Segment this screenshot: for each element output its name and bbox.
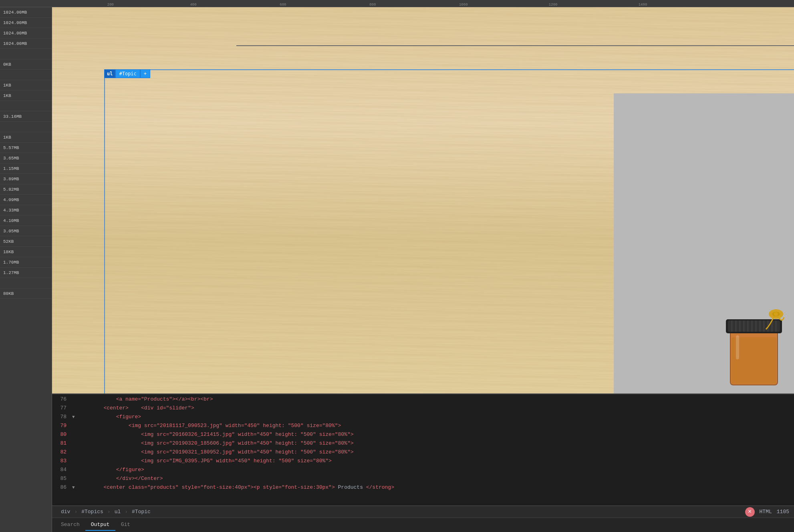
status-right: HTML 1105: [745, 507, 789, 517]
line-number: 85: [52, 476, 72, 482]
line-content: <img src="20160326_121415.jpg" width="45…: [79, 431, 794, 437]
ruler-marks: 200 400 600 800 1000 1200 1400: [52, 0, 742, 7]
sidebar-entry: 1KB: [0, 132, 52, 143]
code-line: 86▼ <center class="products" style="font…: [52, 484, 794, 493]
tab-add-button[interactable]: +: [140, 69, 150, 78]
sidebar-entry: 1.70MB: [0, 257, 52, 268]
ruler-mark: 1400: [639, 3, 647, 7]
close-button[interactable]: [745, 507, 755, 517]
code-line: 83 <img src="IMG_0395.JPG" width="450" h…: [52, 457, 794, 466]
line-content: </div></Center>: [79, 476, 794, 482]
code-line: 85 </div></Center>: [52, 475, 794, 484]
status-bar: div › #Topics › ul › #Topic HTML 1105: [52, 506, 794, 518]
code-line: 84 </figure>: [52, 466, 794, 475]
ruler-mark: 600: [280, 3, 286, 7]
sidebar-entry: 4.10MB: [0, 216, 52, 226]
sidebar-entry: 4.33MB: [0, 205, 52, 216]
breadcrumb-div[interactable]: div: [57, 507, 74, 516]
bottom-tab-output[interactable]: Output: [85, 519, 115, 531]
code-lines: 76 <a name="Products"></a><br><br>77 <ce…: [52, 394, 794, 506]
code-line: 82 <img src="20190321_180952.jpg" width=…: [52, 449, 794, 457]
sidebar-entry: 80KB: [0, 288, 52, 299]
ruler-mark: 400: [190, 3, 196, 7]
main-area: 1024.00MB1024.00MB1024.00MB1024.00MB0KB1…: [0, 7, 794, 532]
tab-bar[interactable]: ul #Topic +: [104, 69, 150, 78]
line-content: <img src="20181117_090523.jpg" width="45…: [79, 423, 794, 429]
sidebar-entry: 33.16MB: [0, 111, 52, 122]
bottom-tab-search[interactable]: Search: [55, 519, 85, 531]
code-line: 78▼ <figure>: [52, 413, 794, 422]
line-number: 78: [52, 414, 72, 420]
code-line: 76 <a name="Products"></a><br><br>: [52, 396, 794, 405]
code-line: 80 <img src="20160326_121415.jpg" width=…: [52, 431, 794, 440]
sidebar-entry: [0, 49, 52, 59]
line-number: 83: [52, 458, 72, 464]
honey-jar-image: [714, 297, 794, 393]
sidebar-entry: 1KB: [0, 80, 52, 91]
sidebar-entry: 1.15MB: [0, 163, 52, 174]
ruler: 200 400 600 800 1000 1200 1400: [0, 0, 794, 7]
sidebar-entry: 3.89MB: [0, 174, 52, 184]
bottom-tab-git[interactable]: Git: [115, 519, 136, 531]
svg-rect-20: [736, 335, 739, 359]
code-line: 79 <img src="20181117_090523.jpg" width=…: [52, 422, 794, 431]
code-editor: 76 <a name="Products"></a><br><br>77 <ce…: [52, 393, 794, 506]
breadcrumb-topic[interactable]: #Topic: [128, 507, 155, 516]
sidebar-entry: 52KB: [0, 236, 52, 247]
line-number: 84: [52, 467, 72, 473]
sidebar-entry: 18KB: [0, 247, 52, 257]
image-panel: [614, 93, 794, 393]
line-arrow: ▼: [72, 415, 79, 419]
line-number: 76: [52, 396, 72, 402]
ruler-mark: 1000: [459, 3, 468, 7]
sidebar-entry: 3.65MB: [0, 153, 52, 163]
line-content: <a name="Products"></a><br><br>: [79, 396, 794, 402]
tab-prefix[interactable]: ul: [104, 69, 115, 78]
line-content: </figure>: [79, 467, 794, 473]
svg-point-19: [774, 312, 778, 316]
line-content: <img src="IMG_0395.JPG" width="450" heig…: [79, 458, 794, 464]
line-number: 80: [52, 431, 72, 437]
tab-topic[interactable]: #Topic: [115, 69, 140, 78]
sidebar-entry: 4.09MB: [0, 195, 52, 205]
ruler-mark: 800: [369, 3, 376, 7]
bottom-tabs: SearchOutputGit: [52, 518, 794, 532]
sidebar-entry: 1024.00MB: [0, 7, 52, 18]
left-sidebar: 1024.00MB1024.00MB1024.00MB1024.00MB0KB1…: [0, 7, 52, 532]
sidebar-entry: 3.05MB: [0, 226, 52, 236]
sidebar-entry: [0, 70, 52, 80]
sidebar-entry: [0, 101, 52, 111]
ruler-mark: 1200: [549, 3, 558, 7]
sidebar-entry: 1024.00MB: [0, 18, 52, 28]
line-content: <figure>: [79, 414, 794, 420]
canvas-line: [236, 45, 794, 46]
line-arrow: ▼: [72, 485, 79, 490]
line-content: <center> <div id="slider">: [79, 405, 794, 411]
breadcrumb-ul[interactable]: ul: [111, 507, 125, 516]
line-number: 81: [52, 440, 72, 446]
ruler-mark: 200: [107, 3, 114, 7]
line-content: <img src="20190320_185606.jpg" width="45…: [79, 440, 794, 446]
sidebar-entry: 5.82MB: [0, 184, 52, 195]
sidebar-entry: 5.57MB: [0, 143, 52, 153]
code-line: 77 <center> <div id="slider">: [52, 405, 794, 413]
sidebar-entry: [0, 122, 52, 132]
line-number: 82: [52, 449, 72, 455]
line-number: 86: [52, 484, 72, 490]
line-number-display: 1105: [777, 509, 789, 515]
line-content: <img src="20190321_180952.jpg" width="45…: [79, 449, 794, 455]
sidebar-entry: 1024.00MB: [0, 38, 52, 49]
sidebar-entry: [0, 278, 52, 288]
canvas-view: ul #Topic +: [52, 7, 794, 393]
sidebar-entry: 1KB: [0, 91, 52, 101]
sidebar-entry: 1.27MB: [0, 268, 52, 278]
language-selector[interactable]: HTML: [760, 509, 772, 515]
line-content: <center class="products" style="font-siz…: [79, 484, 794, 490]
preview-area: ul #Topic +: [52, 7, 794, 532]
sidebar-entry: 1024.00MB: [0, 28, 52, 38]
breadcrumb-topics[interactable]: #Topics: [77, 507, 107, 516]
line-number: 79: [52, 423, 72, 429]
sidebar-entry: 0KB: [0, 59, 52, 70]
code-line: 81 <img src="20190320_185606.jpg" width=…: [52, 440, 794, 449]
line-number: 77: [52, 405, 72, 411]
